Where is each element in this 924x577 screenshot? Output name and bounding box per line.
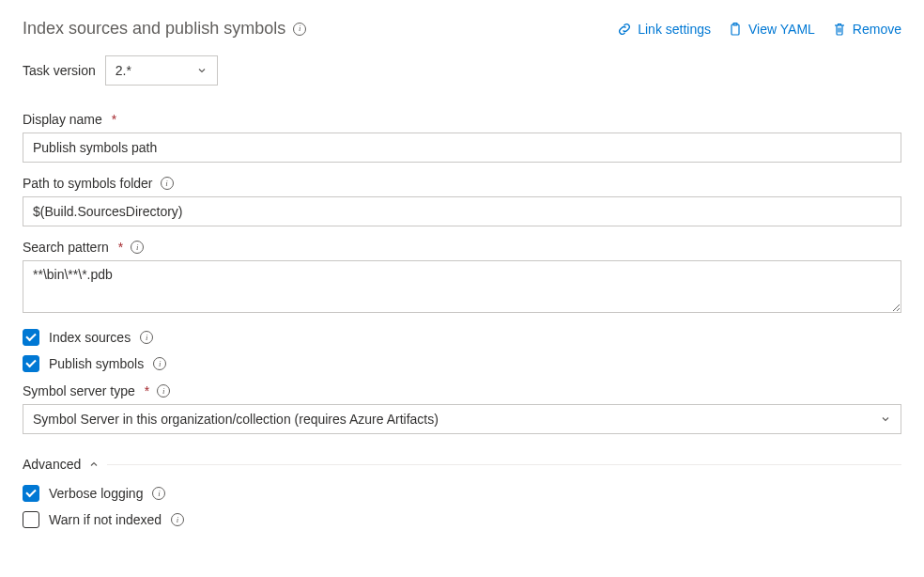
remove-label: Remove xyxy=(853,22,901,37)
info-icon[interactable]: i xyxy=(161,177,174,190)
path-to-symbols-label: Path to symbols folder xyxy=(23,176,153,191)
search-pattern-label-row: Search pattern* i xyxy=(23,240,901,255)
symbol-server-type-value: Symbol Server in this organization/colle… xyxy=(33,412,439,427)
view-yaml-label: View YAML xyxy=(748,22,815,37)
warn-if-not-indexed-label: Warn if not indexed xyxy=(49,512,162,527)
chevron-down-icon xyxy=(196,65,208,76)
advanced-title: Advanced xyxy=(23,457,81,472)
link-settings-label: Link settings xyxy=(638,22,711,37)
display-name-label: Display name xyxy=(23,112,102,127)
verbose-logging-label: Verbose logging xyxy=(49,486,143,501)
page-title-text: Index sources and publish symbols xyxy=(23,19,285,39)
display-name-input[interactable] xyxy=(23,133,901,163)
info-icon[interactable]: i xyxy=(140,331,153,344)
symbol-server-type-label-row: Symbol server type* i xyxy=(23,383,901,398)
info-icon[interactable]: i xyxy=(153,357,166,370)
symbol-server-type-label: Symbol server type xyxy=(23,383,135,398)
header-actions: Link settings View YAML Remove xyxy=(617,22,901,37)
publish-symbols-label: Publish symbols xyxy=(49,356,144,371)
symbol-server-type-field: Symbol server type* i Symbol Server in t… xyxy=(23,383,901,434)
warn-if-not-indexed-checkbox[interactable] xyxy=(23,511,39,528)
publish-symbols-checkbox[interactable] xyxy=(23,355,39,372)
verbose-logging-checkbox[interactable] xyxy=(23,485,39,502)
display-name-label-row: Display name* xyxy=(23,112,901,127)
task-version-select[interactable]: 2.* xyxy=(105,55,218,86)
info-icon[interactable]: i xyxy=(171,513,184,526)
publish-symbols-row: Publish symbols i xyxy=(23,355,901,372)
clipboard-icon xyxy=(728,22,743,37)
trash-icon xyxy=(832,22,847,37)
path-to-symbols-field: Path to symbols folder i xyxy=(23,176,901,226)
warn-if-not-indexed-row: Warn if not indexed i xyxy=(23,511,901,528)
required-marker: * xyxy=(145,383,149,398)
info-icon[interactable]: i xyxy=(293,23,306,36)
required-marker: * xyxy=(118,240,123,255)
link-icon xyxy=(617,22,632,37)
index-sources-label: Index sources xyxy=(49,330,131,345)
path-to-symbols-input[interactable] xyxy=(23,196,901,226)
page-title: Index sources and publish symbols i xyxy=(23,19,306,39)
chevron-up-icon xyxy=(88,459,100,470)
index-sources-row: Index sources i xyxy=(23,329,901,346)
task-version-value: 2.* xyxy=(116,63,131,78)
info-icon[interactable]: i xyxy=(131,241,144,254)
index-sources-checkbox[interactable] xyxy=(23,329,39,346)
svg-rect-0 xyxy=(732,24,739,35)
info-icon[interactable]: i xyxy=(157,384,170,398)
divider xyxy=(107,464,901,465)
info-icon[interactable]: i xyxy=(152,487,165,500)
task-version-label: Task version xyxy=(23,63,96,78)
link-settings-button[interactable]: Link settings xyxy=(617,22,711,37)
required-marker: * xyxy=(112,112,116,127)
header-row: Index sources and publish symbols i Link… xyxy=(23,19,901,39)
remove-button[interactable]: Remove xyxy=(832,22,901,37)
task-version-row: Task version 2.* xyxy=(23,55,901,86)
search-pattern-input[interactable] xyxy=(23,260,901,313)
display-name-field: Display name* xyxy=(23,112,901,163)
view-yaml-button[interactable]: View YAML xyxy=(728,22,815,37)
path-to-symbols-label-row: Path to symbols folder i xyxy=(23,176,901,191)
advanced-section-header[interactable]: Advanced xyxy=(23,457,901,472)
verbose-logging-row: Verbose logging i xyxy=(23,485,901,502)
symbol-server-type-select[interactable]: Symbol Server in this organization/colle… xyxy=(23,404,901,434)
search-pattern-label: Search pattern xyxy=(23,240,109,255)
chevron-down-icon xyxy=(880,413,891,425)
search-pattern-field: Search pattern* i xyxy=(23,240,901,316)
